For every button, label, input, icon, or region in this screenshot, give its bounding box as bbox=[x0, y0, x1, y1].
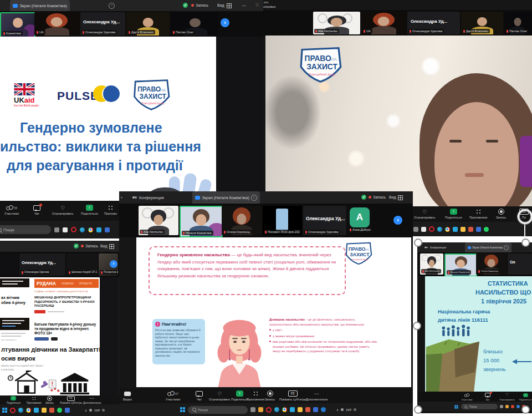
captions-button[interactable]: CCПоказать субтитры bbox=[279, 390, 306, 401]
video-button[interactable]: Видео bbox=[123, 390, 132, 401]
taskbar-app-icon[interactable] bbox=[500, 405, 503, 408]
chat-button[interactable]: Чат bbox=[33, 205, 40, 215]
view-grid-icon[interactable] bbox=[227, 3, 232, 8]
rotate-handle[interactable] bbox=[518, 209, 532, 224]
participant-thumbnail[interactable]: Олена Коринець bbox=[222, 206, 262, 235]
next-participants-button[interactable]: › bbox=[393, 216, 402, 225]
selection-handle-nw[interactable] bbox=[414, 239, 422, 247]
participant-thumbnail[interactable]: Олександра Уд... Олександра Удалова bbox=[407, 12, 460, 34]
participant-thumbnail[interactable]: Олена Коринець bbox=[476, 253, 507, 275]
news-side-headline[interactable]: ах вітчим bbox=[1, 296, 19, 300]
taskbar-app-icon[interactable] bbox=[290, 407, 295, 412]
collapse-icon[interactable]: − bbox=[109, 3, 115, 9]
taskbar-folder-icon[interactable] bbox=[461, 227, 466, 232]
taskbar-app-icon[interactable] bbox=[313, 407, 318, 412]
tab-conference[interactable]: Конференция bbox=[421, 242, 449, 252]
record-label[interactable]: Запись bbox=[373, 195, 386, 199]
participants-button[interactable]: Участники bbox=[462, 393, 472, 401]
taskbar-chrome-icon[interactable] bbox=[445, 227, 450, 232]
news-headline[interactable]: МЕШКАНЦІ ДНІПРОПЕТРОВЩИНИ ПІДОЗРЮЮТЬ У В… bbox=[34, 296, 98, 308]
news-nav-item[interactable]: НОВИНИ bbox=[62, 282, 74, 285]
chat-button[interactable]: Чат bbox=[196, 390, 203, 401]
taskbar-app-icon[interactable] bbox=[250, 407, 255, 412]
taskbar-app-icon[interactable] bbox=[105, 227, 110, 232]
react-button[interactable]: ♡Отреагировать bbox=[499, 393, 515, 401]
view-grid-icon[interactable] bbox=[109, 244, 114, 249]
react-button[interactable]: ♡ Отреагировать bbox=[52, 205, 73, 215]
news-media-tile[interactable] bbox=[0, 278, 29, 287]
view-label[interactable]: Вид bbox=[217, 3, 224, 7]
taskbar-app-icon[interactable] bbox=[34, 408, 39, 413]
security-check-icon[interactable]: ✓ bbox=[361, 195, 366, 200]
taskbar-opera-icon[interactable] bbox=[511, 405, 514, 408]
participant-thumbnail[interactable]: Олександра Уд... Олександра Удалова bbox=[80, 12, 125, 35]
next-participants-button[interactable]: › bbox=[221, 18, 229, 27]
participant-thumbnail[interactable] bbox=[0, 253, 18, 276]
security-check-icon[interactable]: ✓ bbox=[183, 3, 188, 8]
taskbar-app-icon[interactable] bbox=[258, 407, 263, 412]
participant-thumbnail[interactable]: Шаповал Андрій СР-2.. bbox=[66, 253, 98, 276]
news-headline-large[interactable]: осив вирок bbox=[1, 355, 35, 362]
share-button[interactable]: ↑Поделиться bbox=[7, 396, 21, 404]
participant-thumbnail[interactable]: A Анна Дейкун bbox=[347, 206, 372, 233]
participant-thumbnail[interactable]: UA bbox=[34, 12, 79, 35]
taskbar-whatsapp-icon[interactable] bbox=[57, 408, 62, 413]
share-button[interactable]: ↑Поделиться bbox=[445, 209, 462, 219]
taskbar-folder-icon[interactable] bbox=[42, 408, 47, 413]
record-label[interactable]: Запись bbox=[196, 3, 208, 7]
react-button[interactable]: ♡Отреагировать bbox=[209, 390, 230, 401]
share-button[interactable]: ↑Поделиться bbox=[231, 390, 248, 401]
security-check-icon[interactable]: ✓ bbox=[74, 243, 79, 248]
tab-conference[interactable]: Конференция bbox=[129, 191, 167, 204]
collapse-icon[interactable]: − bbox=[504, 245, 509, 250]
apps-button[interactable]: Приложения bbox=[469, 209, 487, 219]
share-button[interactable]: ↑ Поделиться bbox=[81, 205, 98, 215]
participant-thumbnail[interactable]: Ол bbox=[508, 253, 532, 275]
record-button[interactable]: Запись bbox=[45, 396, 54, 404]
selection-handle-sw[interactable] bbox=[414, 405, 422, 414]
taskbar-opera-icon[interactable] bbox=[429, 226, 434, 232]
taskbar-app-icon[interactable] bbox=[96, 227, 101, 232]
view-label[interactable]: Вид bbox=[389, 195, 396, 199]
record-button[interactable]: Запись bbox=[265, 390, 275, 401]
taskbar-search-input[interactable]: Пошук bbox=[188, 406, 248, 414]
participants-button[interactable]: 55 Участники bbox=[4, 205, 19, 215]
keyboard-layout[interactable]: УКР bbox=[346, 408, 351, 412]
taskbar-chrome-icon[interactable] bbox=[88, 227, 93, 232]
chat-button[interactable]: Чат bbox=[485, 393, 490, 401]
tab-screen-share[interactable]: Экран (Наталя Кожем’яка) − bbox=[192, 191, 260, 204]
taskbar-chrome-icon[interactable] bbox=[26, 408, 31, 413]
captions-button[interactable]: CCПоказать субтитры bbox=[60, 396, 82, 404]
taskbar-app-icon[interactable] bbox=[413, 227, 418, 232]
news-side-headline[interactable]: обив 4-річну bbox=[1, 301, 25, 305]
more-button[interactable]: ⋯Дополнительно bbox=[83, 396, 101, 404]
taskbar-app-icon[interactable] bbox=[54, 227, 59, 232]
taskbar-opera-icon[interactable] bbox=[71, 227, 76, 232]
system-tray[interactable]: ∧УКР bbox=[336, 408, 356, 412]
selection-handle-se[interactable] bbox=[521, 405, 530, 414]
participant-thumbnail[interactable]: Дар’я Власенко bbox=[126, 12, 170, 35]
taskbar-edge-icon[interactable] bbox=[18, 408, 23, 413]
participant-thumbnail[interactable]: Олександра Уд... Олександра Удалова bbox=[303, 206, 346, 235]
taskbar-edge-icon[interactable] bbox=[437, 227, 442, 232]
share-button[interactable]: ↑Поделиться bbox=[519, 393, 531, 401]
participant-thumbnail[interactable]: Alla Nitchenko bbox=[420, 253, 443, 275]
record-label[interactable]: Запись bbox=[85, 244, 98, 248]
share-chip[interactable] bbox=[34, 337, 49, 341]
minimize-icon[interactable]: — bbox=[242, 3, 246, 7]
participants-button[interactable]: 57Участники bbox=[166, 390, 180, 401]
breadcrumb[interactable]: РУДАНА » НОВИНИ » МЕШКАНЦІ ДНІПРОПЕТРОВ bbox=[34, 290, 99, 293]
taskbar-chrome-icon[interactable] bbox=[282, 407, 287, 412]
taskbar-app-icon[interactable] bbox=[65, 408, 70, 413]
news-headline-large[interactable]: лтування дівчинки на Закарпатті: суд bbox=[1, 346, 100, 353]
collapse-icon[interactable]: − bbox=[251, 195, 257, 201]
participant-thumbnail[interactable]: Патлах Олег bbox=[171, 12, 219, 35]
participant-thumbnail[interactable]: Кожем’яка bbox=[0, 12, 35, 38]
selection-handle-w[interactable] bbox=[413, 322, 421, 330]
taskbar-app-icon[interactable] bbox=[505, 405, 509, 408]
taskbar-app-icon[interactable] bbox=[476, 227, 481, 232]
taskbar-search-input[interactable]: Пошук bbox=[461, 404, 498, 409]
taskbar-edge-icon[interactable] bbox=[80, 227, 85, 232]
participant-thumbnail[interactable]: Олександра Уд... Олександра Удалова bbox=[19, 253, 65, 276]
taskbar-edge-icon[interactable] bbox=[274, 407, 279, 412]
